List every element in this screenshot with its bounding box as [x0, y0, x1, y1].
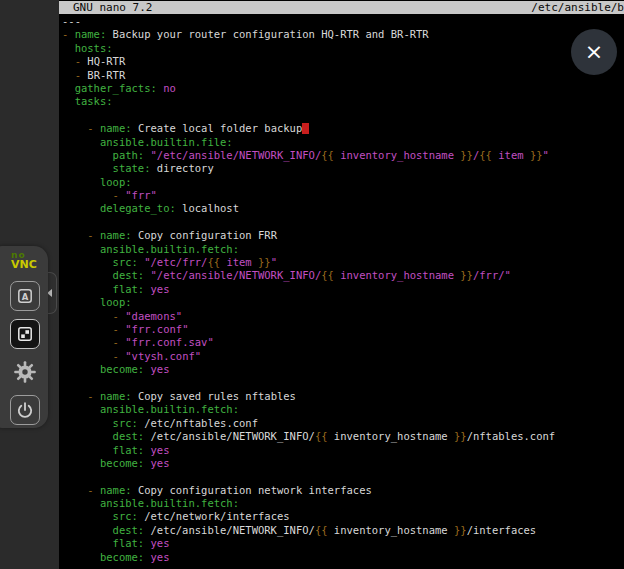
editor-line: - name: Create local folder backup [62, 122, 624, 135]
editor-line: flat: yes [62, 283, 624, 296]
editor-line: - "daemons" [62, 310, 624, 323]
close-button[interactable]: × [571, 29, 617, 75]
editor-line: ansible.builtin.file: [62, 136, 624, 149]
editor-line: - "frr" [62, 189, 624, 202]
editor-line: - name: Copy configuration network inter… [62, 484, 624, 497]
editor-line: ansible.builtin.fetch: [62, 497, 624, 510]
editor-line: - "frr.conf.sav" [62, 336, 624, 349]
terminal-window: GNU nano 7.2 /etc/ansible/b ---- name: B… [59, 0, 624, 569]
fullscreen-icon [11, 320, 39, 348]
editor-line: - BR-RTR [62, 69, 624, 82]
editor-line: dest: /etc/ansible/NETWORK_INFO/{{ inven… [62, 524, 624, 537]
editor-line: - "frr.conf" [62, 323, 624, 336]
nano-titlebar: GNU nano 7.2 /etc/ansible/b [59, 1, 624, 14]
editor-line: - "vtysh.conf" [62, 350, 624, 363]
editor-line: path: "/etc/ansible/NETWORK_INFO/{{ inve… [62, 149, 624, 162]
editor-line [62, 216, 624, 229]
vnc-control-bar: no VNC A [0, 246, 48, 428]
nano-app-version: GNU nano 7.2 [73, 1, 152, 14]
editor-line: loop: [62, 176, 624, 189]
editor-line: dest: "/etc/ansible/NETWORK_INFO/{{ inve… [62, 269, 624, 282]
editor-line: become: yes [62, 457, 624, 470]
editor-line: --- [62, 15, 624, 28]
editor-line [62, 470, 624, 483]
editor-line: loop: [62, 296, 624, 309]
keyboard-button[interactable]: A [10, 281, 40, 311]
editor-line [62, 377, 624, 390]
gear-icon [11, 358, 39, 386]
editor-line: flat: yes [62, 537, 624, 550]
editor-line: - name: Copy saved rules nftables [62, 390, 624, 403]
editor-line: src: "/etc/frr/{{ item }}" [62, 256, 624, 269]
settings-button[interactable] [10, 357, 40, 387]
power-button[interactable] [10, 395, 40, 425]
editor-content[interactable]: ---- name: Backup your router configurat… [62, 15, 624, 569]
editor-line: - name: Backup your router configuration… [62, 28, 624, 41]
editor-line: state: directory [62, 162, 624, 175]
editor-line: become: yes [62, 551, 624, 564]
editor-line: delegate_to: localhost [62, 202, 624, 215]
editor-line: tasks: [62, 95, 624, 108]
svg-text:A: A [22, 292, 29, 302]
fullscreen-button[interactable] [10, 319, 40, 349]
editor-line: src: /etc/network/interfaces [62, 510, 624, 523]
editor-line: gather_facts: no [62, 82, 624, 95]
editor-line: - HQ-RTR [62, 55, 624, 68]
editor-line: dest: /etc/ansible/NETWORK_INFO/{{ inven… [62, 430, 624, 443]
nano-file-path: /etc/ansible/b [531, 1, 624, 14]
editor-line: src: /etc/nftables.conf [62, 417, 624, 430]
power-icon [11, 396, 39, 424]
editor-line: ansible.builtin.fetch: [62, 243, 624, 256]
vnc-buttons: A [10, 281, 42, 433]
close-icon: × [585, 41, 603, 63]
editor-line: hosts: [62, 42, 624, 55]
editor-line: - name: Copy configuration FRR [62, 229, 624, 242]
text-cursor [302, 123, 308, 134]
editor-line [62, 109, 624, 122]
novnc-logo-vnc: VNC [11, 259, 37, 270]
editor-line: ansible.builtin.fetch: [62, 403, 624, 416]
editor-line: become: yes [62, 363, 624, 376]
keyboard-a-icon: A [11, 282, 39, 310]
editor-line: flat: yes [62, 444, 624, 457]
novnc-logo: no VNC [11, 251, 37, 270]
